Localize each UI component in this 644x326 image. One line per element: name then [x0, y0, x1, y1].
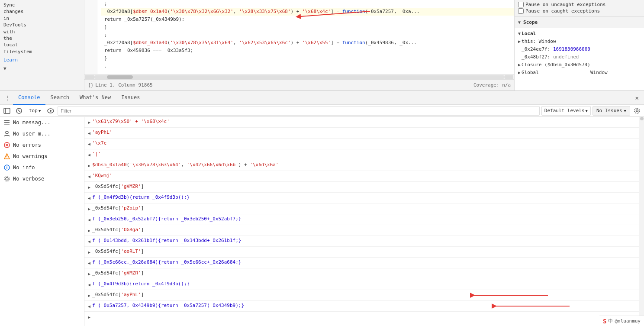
entry-expand-left[interactable]: ◀ — [88, 216, 90, 224]
entry-text: f (_0x5c66cc,_0x26a684){return _0x5c66cc… — [92, 258, 635, 266]
console-entry[interactable]: ▶ _0x5d54fc['gVMZR'] — [84, 182, 639, 193]
tab-close-button[interactable]: ✕ — [632, 93, 642, 103]
entry-expand[interactable]: ▶ — [88, 205, 90, 213]
tab-search[interactable]: Search — [45, 91, 74, 105]
scroll-left-btn[interactable] — [85, 75, 94, 79]
entry-expand-left[interactable]: ◀ — [88, 259, 90, 267]
scope-var2-row[interactable]: ▶ _0x48bf27 : undefined — [515, 53, 644, 61]
console-entry[interactable]: ▶ _0x5d54fc['pZoip'] — [84, 203, 639, 214]
eye-icon — [47, 108, 54, 113]
console-entry[interactable]: ◀ '|' — [84, 149, 639, 160]
entry-expand[interactable]: ▶ — [88, 270, 90, 278]
console-entry[interactable]: ▶ _0x5d54fc['ooRLT'] — [84, 247, 639, 258]
entry-expand[interactable]: ▶ — [88, 119, 90, 126]
filesystem-dropdown[interactable]: ▼ — [3, 65, 80, 72]
entry-expand[interactable]: ▶ — [88, 249, 90, 256]
pause-uncaught-item: Pause on uncaught exceptions — [518, 2, 641, 7]
entry-expand[interactable]: ▶ — [88, 227, 90, 235]
sidebar-item-errors[interactable]: No errors — [0, 139, 84, 151]
svg-point-6 — [636, 110, 638, 112]
scope-this-row[interactable]: ▶ this : Window — [515, 38, 644, 45]
console-entry[interactable]: ▶ _0x5d54fc['gVMZR'] — [84, 268, 639, 279]
entry-expand-left[interactable]: ◀ — [88, 194, 90, 202]
entry-expand-left[interactable]: ◀ — [88, 281, 90, 289]
scope-closure-row[interactable]: ▶ Closure ($dbsm_0x30d574) — [515, 61, 644, 69]
code-content[interactable]: ; _0x2f20a8[$dbsm_0x1a40('\x30\x78\x32\x… — [97, 0, 514, 74]
pause-uncaught-checkbox[interactable] — [518, 2, 524, 7]
editor-horizontal-scrollbar[interactable] — [84, 74, 514, 79]
sidebar-item-user[interactable]: No user m... — [0, 128, 84, 139]
console-entry[interactable]: ▶ _0x5d54fc['OGRga'] — [84, 225, 639, 236]
console-right-scrollbar[interactable] — [639, 117, 644, 326]
scope-content: ▼ Local ▶ this : Window ▶ _0x24ee7f : 16… — [515, 28, 644, 78]
console-main[interactable]: ▶ '\x61\x79\x50' + '\x68\x4c' ◀ 'ayPhL' … — [84, 117, 639, 326]
tab-console-label: Console — [18, 94, 40, 100]
console-entry[interactable]: ◀ 'ayPhL' — [84, 128, 639, 139]
default-levels-selector[interactable]: Default levels ▼ — [541, 106, 591, 116]
entry-expand-left[interactable]: ◀ — [88, 303, 90, 310]
sidebar-item-warnings[interactable]: No warnings — [0, 151, 84, 162]
console-entry[interactable]: ◀ f (_0x4f9d3b){return _0x4f9d3b();} — [84, 279, 639, 290]
code-editor-footer: {} Line 1, Column 91865 Coverage: n/a — [84, 79, 514, 90]
scroll-right-btn[interactable] — [505, 75, 513, 79]
watermark-s-letter: S — [603, 318, 606, 325]
entry-expand[interactable]: ▶ — [88, 162, 90, 170]
eye-btn[interactable] — [45, 106, 56, 116]
error-icon — [3, 142, 10, 148]
scope-local-row[interactable]: ▼ Local — [515, 30, 644, 38]
sidebar-item-messages[interactable]: No messag... — [0, 117, 84, 128]
no-issues-button[interactable]: No Issues ▼ — [592, 106, 630, 116]
console-entry[interactable]: ◀ 'KQwmj' — [84, 171, 639, 182]
no-issues-label: No Issues — [596, 108, 622, 113]
levels-dropdown-arrow: ▼ — [586, 109, 588, 113]
entry-expand-left[interactable]: ◀ — [88, 140, 90, 148]
console-entry[interactable]: ◀ f (_0x4f9d3b){return _0x4f9d3b();} — [84, 193, 639, 203]
filter-input[interactable] — [58, 106, 540, 116]
tab-whats-new[interactable]: What's New — [74, 91, 116, 105]
dropdown-arrow: ▼ — [3, 65, 6, 72]
scope-this-value: Window — [539, 38, 556, 45]
warning-icon — [3, 153, 10, 160]
console-entry[interactable]: ◀ f (_0x143bdd,_0x261b1f){return _0x143b… — [84, 236, 639, 247]
clear-console-btn[interactable] — [14, 106, 24, 116]
sidebar-item-verbose[interactable]: No verbose — [0, 173, 84, 184]
entry-expand-left[interactable]: ◀ — [88, 173, 90, 181]
entry-text: _0x5d54fc['gVMZR'] — [92, 269, 635, 277]
console-tabs-bar: ⋮ Console Search What's New Issues ✕ — [0, 91, 644, 105]
gear-icon — [634, 108, 640, 114]
console-entry-last[interactable]: ▶ — [84, 312, 639, 322]
entry-expand[interactable]: ▶ — [88, 313, 90, 321]
console-entry-annotated-2[interactable]: ◀ f (_0x5a7257,_0x4349b9){return _0x5a72… — [84, 301, 639, 312]
context-selector[interactable]: top ▼ — [26, 106, 44, 116]
learn-link[interactable]: Learn — [3, 57, 80, 63]
entry-expand[interactable]: ▶ — [88, 292, 90, 300]
scrollbar-track[interactable] — [94, 75, 505, 79]
console-entry-annotated-1[interactable]: ▶ _0x5d54fc['ayPhL'] — [84, 290, 639, 301]
scope-collapse-arrow[interactable]: ▼ — [518, 20, 521, 25]
console-entry[interactable]: ◀ '\x7c' — [84, 139, 639, 149]
sidebar-item-info[interactable]: No info — [0, 162, 84, 173]
console-entry[interactable]: ◀ f (_0x5c66cc,_0x26a684){return _0x5c66… — [84, 258, 639, 268]
console-entry[interactable]: ◀ f (_0x3eb250,_0x52abf7){return _0x3eb2… — [84, 214, 639, 225]
entry-expand[interactable]: ▶ — [88, 184, 90, 191]
scope-var1-row[interactable]: ▶ _0x24ee7f : 1691830966000 — [515, 45, 644, 53]
tab-search-label: Search — [51, 94, 69, 100]
entry-expand-left[interactable]: ◀ — [88, 238, 90, 245]
pause-caught-checkbox[interactable] — [518, 8, 524, 14]
console-entry[interactable]: ▶ $dbsm_0x1a40('\x30\x78\x63\x64', '\x42… — [84, 160, 639, 171]
entry-expand-left[interactable]: ◀ — [88, 151, 90, 159]
scope-global-value: Window — [590, 69, 608, 77]
tab-console[interactable]: Console — [13, 91, 45, 105]
console-settings-btn[interactable] — [632, 106, 642, 116]
left-sidebar: SyncchangesinDevToolswiththelocalfilesys… — [0, 0, 84, 90]
hamburger-menu[interactable]: ⋮ — [2, 93, 13, 103]
scrollbar-thumb[interactable] — [107, 75, 133, 79]
scope-global-row[interactable]: ▶ Global Window — [515, 69, 644, 77]
console-entry[interactable]: ▶ '\x61\x79\x50' + '\x68\x4c' — [84, 117, 639, 128]
entry-text: _0x5d54fc['OGRga'] — [92, 226, 635, 234]
scrollbar-thumb-right[interactable] — [640, 117, 644, 120]
entry-expand-left[interactable]: ◀ — [88, 129, 90, 137]
tab-issues[interactable]: Issues — [116, 91, 145, 105]
sidebar-toggle-btn[interactable] — [2, 106, 12, 116]
scope-var2-value: undefined — [553, 53, 579, 61]
